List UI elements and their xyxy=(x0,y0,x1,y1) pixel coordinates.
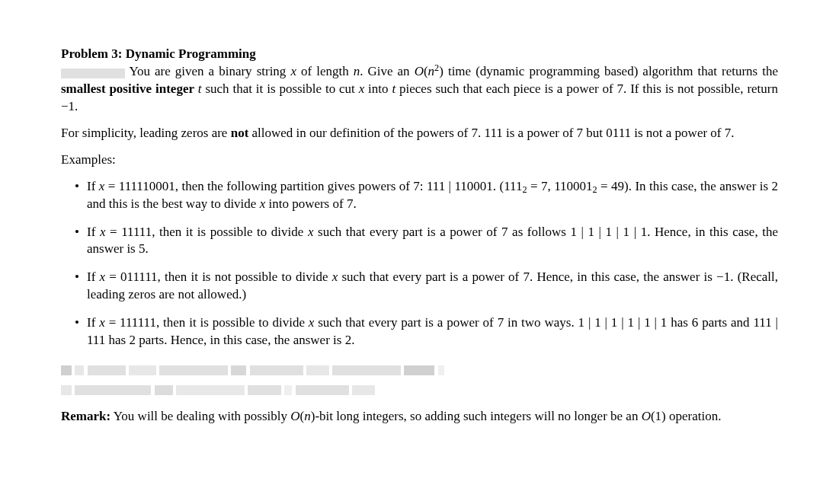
problem-heading: Problem 3: Dynamic Programming xyxy=(61,46,778,63)
example-item-3: If x = 011111, then it is not possible t… xyxy=(61,269,778,304)
example-item-4: If x = 111111, then it is possible to di… xyxy=(61,314,778,349)
remark-paragraph: Remark: You will be dealing with possibl… xyxy=(61,408,778,426)
example-item-1: If x = 111110001, then the following par… xyxy=(61,178,778,213)
examples-label: Examples: xyxy=(61,152,778,169)
redacted-span xyxy=(61,69,125,78)
example-item-2: If x = 11111, then it is possible to div… xyxy=(61,224,778,259)
intro-paragraph-1: You are given a binary string x of lengt… xyxy=(61,63,778,116)
problem-title: Problem 3: Dynamic Programming xyxy=(61,46,256,61)
redacted-block xyxy=(61,360,778,397)
examples-list: If x = 111110001, then the following par… xyxy=(61,178,778,350)
intro-paragraph-2: For simplicity, leading zeros are not al… xyxy=(61,125,778,142)
